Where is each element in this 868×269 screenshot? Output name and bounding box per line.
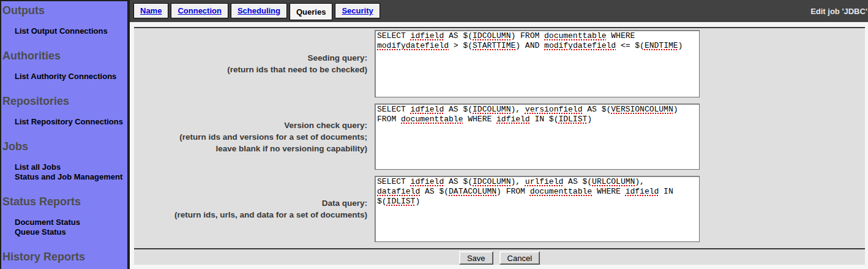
- page-title: Edit job 'JDBC': [810, 7, 868, 16]
- seeding-query-textarea[interactable]: SELECT idfield AS $(IDCOLUMN) FROM docum…: [375, 30, 700, 97]
- queries-form: Seeding query: (return ids that need to …: [134, 28, 865, 248]
- sidebar: Outputs List Output Connections Authorit…: [0, 0, 130, 269]
- sidebar-heading-repositories: Repositories: [2, 95, 127, 107]
- tab-name[interactable]: Name: [133, 3, 168, 18]
- queries-form-panel: Seeding query: (return ids that need to …: [134, 27, 865, 265]
- app-window: Outputs List Output Connections Authorit…: [0, 0, 868, 269]
- sidebar-heading-history-reports: History Reports: [2, 251, 127, 263]
- cancel-button[interactable]: Cancel: [499, 251, 540, 265]
- tab-scheduling[interactable]: Scheduling: [231, 3, 287, 18]
- version-check-query-textarea[interactable]: SELECT idfield AS $(IDCOLUMN), versionfi…: [375, 104, 700, 170]
- seeding-query-label: Seeding query: (return ids that need to …: [134, 30, 375, 97]
- button-bar: Save Cancel: [134, 248, 865, 267]
- version-check-query-row: Version check query: (return ids and ver…: [134, 104, 865, 170]
- tab-connection-label[interactable]: Connection: [178, 6, 222, 15]
- seeding-query-row: Seeding query: (return ids that need to …: [134, 30, 865, 97]
- sidebar-heading-jobs: Jobs: [2, 140, 127, 153]
- tab-security-label[interactable]: Security: [342, 6, 373, 15]
- sidebar-heading-authorities: Authorities: [2, 50, 127, 62]
- sidebar-item-list-all-jobs[interactable]: List all Jobs: [15, 162, 127, 172]
- version-check-query-label: Version check query: (return ids and ver…: [134, 104, 375, 170]
- sidebar-item-list-authority-connections[interactable]: List Authority Connections: [15, 72, 127, 81]
- tab-name-label[interactable]: Name: [140, 6, 162, 15]
- sidebar-heading-status-reports: Status Reports: [2, 195, 127, 208]
- data-query-textarea[interactable]: SELECT idfield AS $(IDCOLUMN), urlfield …: [375, 176, 700, 242]
- tab-strip: Name Connection Scheduling Queries Secur…: [133, 3, 380, 20]
- tab-bar: Name Connection Scheduling Queries Secur…: [130, 0, 868, 22]
- data-query-row: Data query: (return ids, urls, and data …: [134, 176, 865, 242]
- sidebar-item-list-output-connections[interactable]: List Output Connections: [15, 26, 127, 36]
- data-query-label: Data query: (return ids, urls, and data …: [134, 176, 375, 242]
- main-area: Name Connection Scheduling Queries Secur…: [130, 0, 868, 269]
- sidebar-item-status-and-job-management[interactable]: Status and Job Management: [15, 172, 127, 182]
- content-wrapper: Seeding query: (return ids that need to …: [130, 22, 868, 269]
- sidebar-heading-outputs: Outputs: [2, 4, 127, 17]
- sidebar-item-queue-status[interactable]: Queue Status: [15, 227, 127, 237]
- save-button[interactable]: Save: [459, 251, 493, 265]
- tab-security[interactable]: Security: [335, 3, 380, 18]
- sidebar-item-list-repository-connections[interactable]: List Repository Connections: [15, 117, 127, 127]
- tab-queries-label: Queries: [296, 7, 326, 17]
- sidebar-item-document-status[interactable]: Document Status: [15, 218, 127, 227]
- tab-connection[interactable]: Connection: [171, 3, 228, 18]
- tab-queries[interactable]: Queries: [290, 3, 332, 20]
- tab-scheduling-label[interactable]: Scheduling: [238, 6, 280, 15]
